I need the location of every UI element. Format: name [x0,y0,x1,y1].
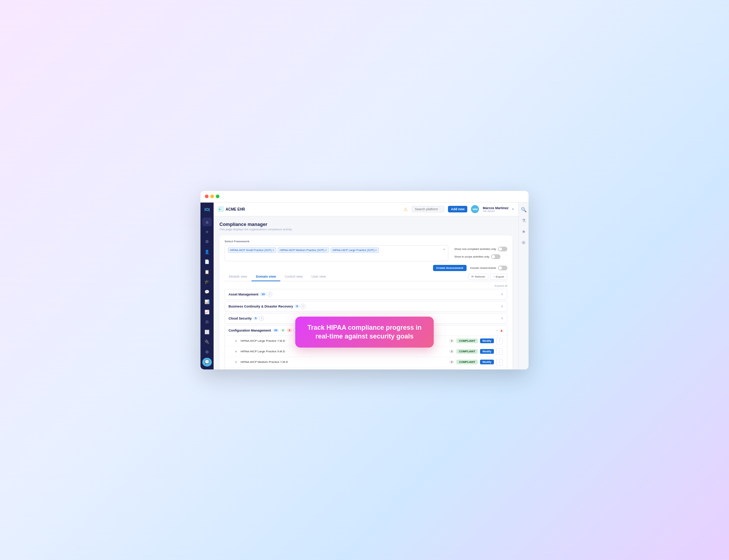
framework-card: Select Framework HIPAA-HiCP Small Practi… [219,235,512,369]
toggle-non-compliant: Show non-compliant activities only [454,247,507,251]
domain-badge-cloud: 5 [253,317,258,320]
create-assessment-button[interactable]: Create Assessment [433,265,467,271]
toggle-in-scope: Show in-scope activities only [454,254,507,259]
minimize-button[interactable] [210,195,214,198]
row-options-3[interactable]: ⋮ [496,359,503,365]
star-icon[interactable]: ★ [520,228,527,235]
domain-badge-config-red: 2 [287,329,292,332]
sidebar-item-training[interactable]: 🎓 [202,278,212,286]
user-chevron-icon[interactable]: ▾ [512,207,514,211]
tag-small-practice[interactable]: HIPAA-HiCP Small Practice (SCP) × [228,247,276,253]
domain-collapse-icon-config[interactable]: − [496,328,498,333]
sidebar-item-config[interactable]: ⚙ [202,348,212,356]
sub-row-toggle-1[interactable]: ▾ [235,339,237,343]
status-badge-3: COMPLIANT [456,360,478,364]
sidebar: IO| ⌂ ≡ ⚙ 👤 📄 📋 🎓 💬 📊 📈 ⚖ ⬜ 🔌 ⚙ 💬 [200,203,214,369]
row-options-1[interactable]: ⋮ [496,338,503,344]
sub-row-medium-7md: ▾ HIPAA-HiCP Medium Practice 7.M.D 3 COM… [225,357,507,368]
add-new-button[interactable]: Add new [448,206,468,212]
sub-row-badge-2: 3 [449,350,454,353]
sidebar-item-home[interactable]: ⌂ [202,218,212,226]
refresh-button[interactable]: ⟳ Refresh [468,274,488,280]
search-icon[interactable]: 🔍 [520,206,527,214]
domain-badge-config-green: 0 [280,329,285,332]
row-options-2[interactable]: ⋮ [496,348,503,355]
tag-medium-practice[interactable]: HIPAA-HiCP Medium Practice (SCP) × [278,247,329,253]
filter-icon[interactable]: ⚗ [520,217,527,224]
sidebar-item-settings[interactable]: ⚙ [202,238,212,246]
page-title: Compliance manager [219,222,512,227]
domain-info-cloud[interactable]: i [259,316,264,321]
tab-domain-view[interactable]: Domain view [252,273,280,281]
overlay-tooltip-text: Track HIPAA compliance progress in real-… [307,324,421,340]
actions-row: Create Assessment Include closed tickets [225,265,507,271]
status-badge-2: COMPLIANT [456,349,478,354]
tab-actions: ⟳ Refresh ↑ Export [468,274,507,280]
user-name: Marcos Martinez [483,206,508,210]
search-input[interactable] [412,206,444,212]
tab-control-view[interactable]: Control view [280,273,307,281]
domain-info-asset[interactable]: i [268,292,272,297]
sidebar-item-integrations[interactable]: 🔌 [202,338,212,346]
domain-header-bcdr[interactable]: Business Continuity & Disaster Recovery … [225,301,507,312]
expand-all-button[interactable]: Expand all [225,284,507,287]
overlay-tooltip: Track HIPAA compliance progress in real-… [295,317,434,348]
tab-user-view[interactable]: User view [307,273,331,281]
sub-row-medium-9mb: ▾ HIPAA-HiCP Medium Practice 9.M.B 21 2 … [225,368,507,369]
toggle-closed-tickets-switch[interactable] [498,266,507,270]
sub-row-badge-1: 3 [449,339,454,342]
tabs-row: Module view Domain view Control view Use… [225,273,507,281]
sidebar-item-users[interactable]: 👤 [202,248,212,256]
domain-row-asset: Asset Management 19 i + [225,289,507,300]
sidebar-item-clipboard[interactable]: 📋 [202,268,212,276]
sidebar-item-reports[interactable]: 📊 [202,298,212,306]
framework-label: Select Framework [225,240,507,243]
modify-button-3[interactable]: Modify [480,360,494,364]
sidebar-chat-button[interactable]: 💬 [202,358,212,366]
user-info: Marcos Martinez Stic Admin [483,206,508,212]
right-panel: 🔍 ⚗ ★ ⊕ [518,203,529,369]
sub-row-large-9md: ▾ HIPAA-HiCP Large Practice 9.M.D 3 COMP… [225,346,507,357]
status-badge-1: COMPLIANT [456,338,478,343]
sub-row-toggle-3[interactable]: ▾ [235,360,237,364]
app-window: IO| ⌂ ≡ ⚙ 👤 📄 📋 🎓 💬 📊 📈 ⚖ ⬜ 🔌 ⚙ 💬 [200,191,529,369]
top-nav: + ACME EHR ⚠ Add new MM Marcos Martinez … [214,203,518,216]
framework-select[interactable]: HIPAA-HiCP Small Practice (SCP) × HIPAA-… [225,245,448,261]
export-button[interactable]: ↑ Export [490,274,507,280]
svg-text:+: + [219,208,221,211]
refresh-icon: ⟳ [471,275,474,278]
toggle-closed-tickets: Include closed tickets [470,266,507,270]
user-role: Stic Admin [483,210,508,212]
sub-row-toggle-2[interactable]: ▾ [235,350,237,353]
plus-circle-icon[interactable]: ⊕ [520,239,527,246]
modify-button-2[interactable]: Modify [480,349,494,354]
domain-badge-asset: 19 [260,293,266,296]
toggle-in-scope-switch[interactable] [491,254,500,259]
sidebar-item-analytics[interactable]: 📈 [202,308,212,316]
page-subtitle: This page displays the organizations com… [219,228,512,231]
traffic-lights [205,195,219,198]
close-button[interactable] [205,195,208,198]
domain-row-bcdr: Business Continuity & Disaster Recovery … [225,301,507,312]
domain-alert-icon-config: ▲ [500,328,503,332]
domain-info-bcdr[interactable]: i [301,304,305,309]
domain-expand-icon-bcdr[interactable]: + [501,304,503,309]
app-name-label: + ACME EHR [218,206,245,212]
maximize-button[interactable] [216,195,219,198]
sidebar-item-compliance[interactable]: ⚖ [202,318,212,326]
toggle-non-compliant-switch[interactable] [498,247,507,251]
sidebar-item-messages[interactable]: 💬 [202,288,212,296]
title-bar [200,191,529,203]
alert-icon: ⚠ [404,207,408,212]
select-chevron-icon[interactable]: ▾ [443,247,445,251]
tag-large-practice[interactable]: HIPAA-HiCP Large Practice (SCP) × [331,247,379,253]
sidebar-item-modules[interactable]: ⬜ [202,328,212,336]
sidebar-item-list[interactable]: ≡ [202,228,212,236]
user-avatar: MM [471,205,479,213]
domain-expand-icon-asset[interactable]: + [501,292,503,297]
modify-button-1[interactable]: Modify [480,338,494,343]
tab-module-view[interactable]: Module view [225,273,252,281]
sidebar-item-docs[interactable]: 📄 [202,258,212,266]
domain-header-asset[interactable]: Asset Management 19 i + [225,289,507,299]
domain-expand-icon-cloud[interactable]: + [501,316,503,321]
